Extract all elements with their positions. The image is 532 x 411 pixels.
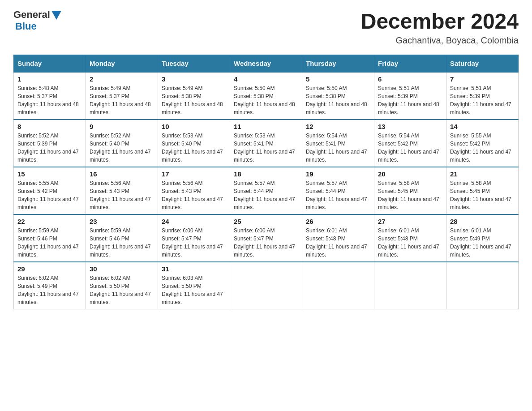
calendar-cell: 6Sunrise: 5:51 AMSunset: 5:39 PMDaylight… — [374, 72, 446, 120]
calendar-header-row: SundayMondayTuesdayWednesdayThursdayFrid… — [14, 55, 519, 73]
calendar-cell: 3Sunrise: 5:49 AMSunset: 5:38 PMDaylight… — [158, 72, 230, 120]
day-info: Sunrise: 5:49 AMSunset: 5:37 PMDaylight:… — [90, 84, 154, 116]
calendar-cell: 27Sunrise: 6:01 AMSunset: 5:48 PMDayligh… — [374, 214, 446, 262]
day-info: Sunrise: 6:01 AMSunset: 5:49 PMDaylight:… — [450, 227, 515, 259]
calendar-cell — [302, 262, 374, 309]
day-info: Sunrise: 6:03 AMSunset: 5:50 PMDaylight:… — [162, 274, 226, 306]
day-number: 30 — [90, 265, 154, 273]
calendar-cell: 19Sunrise: 5:57 AMSunset: 5:44 PMDayligh… — [302, 167, 374, 214]
day-number: 13 — [378, 123, 442, 130]
calendar-cell: 11Sunrise: 5:53 AMSunset: 5:41 PMDayligh… — [230, 120, 302, 167]
calendar-cell: 4Sunrise: 5:50 AMSunset: 5:38 PMDaylight… — [230, 72, 302, 120]
day-number: 31 — [162, 265, 226, 273]
day-info: Sunrise: 5:56 AMSunset: 5:43 PMDaylight:… — [90, 179, 154, 211]
calendar-cell: 28Sunrise: 6:01 AMSunset: 5:49 PMDayligh… — [446, 214, 519, 262]
day-number: 10 — [162, 123, 226, 130]
calendar-cell: 2Sunrise: 5:49 AMSunset: 5:37 PMDaylight… — [86, 72, 158, 120]
day-number: 23 — [90, 218, 154, 225]
day-number: 22 — [17, 218, 82, 225]
calendar-cell: 29Sunrise: 6:02 AMSunset: 5:49 PMDayligh… — [14, 262, 86, 309]
day-number: 11 — [234, 123, 298, 130]
calendar-cell — [374, 262, 446, 309]
day-info: Sunrise: 5:52 AMSunset: 5:40 PMDaylight:… — [90, 132, 154, 164]
day-number: 17 — [162, 170, 226, 178]
calendar-cell: 18Sunrise: 5:57 AMSunset: 5:44 PMDayligh… — [230, 167, 302, 214]
header-saturday: Saturday — [446, 55, 519, 73]
calendar-cell: 12Sunrise: 5:54 AMSunset: 5:41 PMDayligh… — [302, 120, 374, 167]
day-number: 9 — [90, 123, 154, 130]
day-number: 28 — [450, 218, 515, 225]
calendar-cell — [446, 262, 519, 309]
day-number: 6 — [378, 75, 442, 83]
header-thursday: Thursday — [302, 55, 374, 73]
calendar-cell: 17Sunrise: 5:56 AMSunset: 5:43 PMDayligh… — [158, 167, 230, 214]
day-info: Sunrise: 5:59 AMSunset: 5:46 PMDaylight:… — [90, 227, 154, 259]
calendar-table: SundayMondayTuesdayWednesdayThursdayFrid… — [13, 55, 519, 309]
day-number: 7 — [450, 75, 515, 83]
calendar-cell: 23Sunrise: 5:59 AMSunset: 5:46 PMDayligh… — [86, 214, 158, 262]
day-info: Sunrise: 5:54 AMSunset: 5:41 PMDaylight:… — [306, 132, 370, 164]
day-info: Sunrise: 5:51 AMSunset: 5:39 PMDaylight:… — [450, 84, 515, 116]
day-info: Sunrise: 5:58 AMSunset: 5:45 PMDaylight:… — [378, 179, 442, 211]
week-row-2: 8Sunrise: 5:52 AMSunset: 5:39 PMDaylight… — [14, 120, 519, 167]
day-info: Sunrise: 6:01 AMSunset: 5:48 PMDaylight:… — [306, 227, 370, 259]
calendar-cell: 7Sunrise: 5:51 AMSunset: 5:39 PMDaylight… — [446, 72, 519, 120]
calendar-cell: 31Sunrise: 6:03 AMSunset: 5:50 PMDayligh… — [158, 262, 230, 309]
calendar-cell: 20Sunrise: 5:58 AMSunset: 5:45 PMDayligh… — [374, 167, 446, 214]
day-number: 15 — [17, 170, 82, 178]
day-info: Sunrise: 5:52 AMSunset: 5:39 PMDaylight:… — [17, 132, 82, 164]
day-info: Sunrise: 5:58 AMSunset: 5:45 PMDaylight:… — [450, 179, 515, 211]
calendar-cell: 30Sunrise: 6:02 AMSunset: 5:50 PMDayligh… — [86, 262, 158, 309]
day-number: 4 — [234, 75, 298, 83]
calendar-cell: 5Sunrise: 5:50 AMSunset: 5:38 PMDaylight… — [302, 72, 374, 120]
day-info: Sunrise: 5:55 AMSunset: 5:42 PMDaylight:… — [450, 132, 515, 164]
calendar-cell: 8Sunrise: 5:52 AMSunset: 5:39 PMDaylight… — [14, 120, 86, 167]
week-row-3: 15Sunrise: 5:55 AMSunset: 5:42 PMDayligh… — [14, 167, 519, 214]
week-row-4: 22Sunrise: 5:59 AMSunset: 5:46 PMDayligh… — [14, 214, 519, 262]
calendar-cell: 16Sunrise: 5:56 AMSunset: 5:43 PMDayligh… — [86, 167, 158, 214]
week-row-5: 29Sunrise: 6:02 AMSunset: 5:49 PMDayligh… — [14, 262, 519, 309]
day-info: Sunrise: 5:50 AMSunset: 5:38 PMDaylight:… — [306, 84, 370, 116]
calendar-cell: 24Sunrise: 6:00 AMSunset: 5:47 PMDayligh… — [158, 214, 230, 262]
day-number: 27 — [378, 218, 442, 225]
day-number: 2 — [90, 75, 154, 83]
day-number: 3 — [162, 75, 226, 83]
day-info: Sunrise: 5:57 AMSunset: 5:44 PMDaylight:… — [234, 179, 298, 211]
day-info: Sunrise: 5:53 AMSunset: 5:40 PMDaylight:… — [162, 132, 226, 164]
calendar-cell: 1Sunrise: 5:48 AMSunset: 5:37 PMDaylight… — [14, 72, 86, 120]
day-number: 12 — [306, 123, 370, 130]
day-info: Sunrise: 5:54 AMSunset: 5:42 PMDaylight:… — [378, 132, 442, 164]
day-info: Sunrise: 5:55 AMSunset: 5:42 PMDaylight:… — [17, 179, 82, 211]
header-sunday: Sunday — [14, 55, 86, 73]
day-info: Sunrise: 5:49 AMSunset: 5:38 PMDaylight:… — [162, 84, 226, 116]
day-info: Sunrise: 5:57 AMSunset: 5:44 PMDaylight:… — [306, 179, 370, 211]
logo-arrow-icon — [51, 11, 61, 20]
title-section: December 2024 Gachantiva, Boyaca, Colomb… — [361, 9, 519, 46]
page-header: General Blue December 2024 Gachantiva, B… — [13, 9, 519, 46]
calendar-cell: 9Sunrise: 5:52 AMSunset: 5:40 PMDaylight… — [86, 120, 158, 167]
header-wednesday: Wednesday — [230, 55, 302, 73]
day-number: 19 — [306, 170, 370, 178]
header-monday: Monday — [86, 55, 158, 73]
logo: General Blue — [13, 9, 61, 32]
calendar-cell: 13Sunrise: 5:54 AMSunset: 5:42 PMDayligh… — [374, 120, 446, 167]
month-title: December 2024 — [361, 9, 519, 34]
header-friday: Friday — [374, 55, 446, 73]
day-info: Sunrise: 5:48 AMSunset: 5:37 PMDaylight:… — [17, 84, 82, 116]
logo-general-text: General — [13, 9, 50, 21]
day-info: Sunrise: 6:00 AMSunset: 5:47 PMDaylight:… — [234, 227, 298, 259]
location-title: Gachantiva, Boyaca, Colombia — [361, 35, 519, 46]
week-row-1: 1Sunrise: 5:48 AMSunset: 5:37 PMDaylight… — [14, 72, 519, 120]
day-info: Sunrise: 5:50 AMSunset: 5:38 PMDaylight:… — [234, 84, 298, 116]
day-info: Sunrise: 6:02 AMSunset: 5:49 PMDaylight:… — [17, 274, 82, 306]
day-number: 14 — [450, 123, 515, 130]
day-number: 21 — [450, 170, 515, 178]
day-number: 25 — [234, 218, 298, 225]
day-number: 16 — [90, 170, 154, 178]
day-info: Sunrise: 6:02 AMSunset: 5:50 PMDaylight:… — [90, 274, 154, 306]
header-tuesday: Tuesday — [158, 55, 230, 73]
day-info: Sunrise: 5:59 AMSunset: 5:46 PMDaylight:… — [17, 227, 82, 259]
calendar-cell: 15Sunrise: 5:55 AMSunset: 5:42 PMDayligh… — [14, 167, 86, 214]
calendar-cell: 25Sunrise: 6:00 AMSunset: 5:47 PMDayligh… — [230, 214, 302, 262]
day-info: Sunrise: 5:53 AMSunset: 5:41 PMDaylight:… — [234, 132, 298, 164]
